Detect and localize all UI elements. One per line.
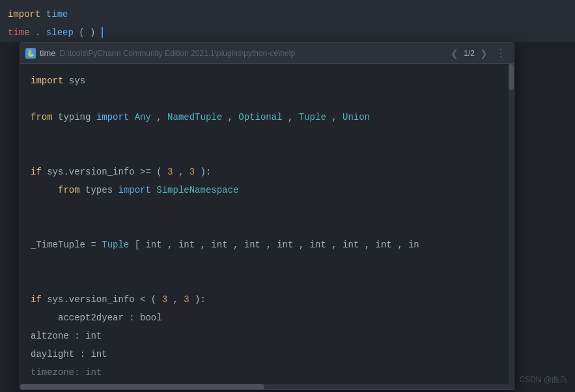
more-options-button[interactable]: ⋮ [493,46,509,61]
code-int-3: int [211,240,227,250]
code-int-2: int [178,240,195,250]
code-comma-4: , [331,112,337,122]
code-timezone: timezone: [31,367,80,378]
code-sys-version: sys.version_info [47,167,134,177]
code-int-4: int [244,240,260,250]
kw-if-2: if [31,294,42,305]
code-c1: , [167,240,173,250]
code-union: Union [343,112,370,122]
empty-line-1 [31,90,503,108]
code-paren-close: ) [90,27,95,38]
code-num3d: 3 [184,294,189,305]
code-tuple: Tuple [299,112,326,122]
code-bool: bool [140,313,162,323]
code-colon3: : [80,349,85,359]
editor-top-area: import time time . sleep ( ) [0,0,575,42]
code-comma6: , [173,294,178,305]
nav-next-button[interactable]: ❯ [477,48,490,59]
keyword-import: import [8,9,40,20]
code-int-5: int [277,240,293,250]
empty-line-3 [31,145,503,163]
code-colon1: : [129,313,134,323]
code-line-from-types: from types import SimpleNamespace [31,181,503,199]
popup-module-name: time [40,48,56,58]
code-line-timetuple: _TimeTuple = Tuple [ int , int , int , i… [31,236,503,254]
code-time-ref: time [8,27,30,38]
code-c8: , [397,240,402,250]
code-int-6: int [310,240,326,250]
code-namedtuple: NamedTuple [167,112,222,122]
code-num3a: 3 [167,167,173,177]
code-gte: >= [140,167,151,177]
empty-line-5 [31,217,503,236]
code-simplenamespace: SimpleNamespace [156,185,238,195]
code-paren5: ( [151,294,156,305]
text-cursor [102,27,103,38]
kw-if-1: if [31,167,42,177]
python-icon-label: 🐍 [27,49,35,57]
code-sleep: sleep [46,27,74,38]
code-eq: = [91,240,96,250]
kw-from-2: from [58,185,80,195]
code-line-altzone: altzone : int [31,327,503,345]
code-accept2dyear: accept2dyear [58,313,124,323]
code-c7: , [365,240,370,250]
code-line-if-version-lt: if sys.version_info < ( 3 , 3 ): [31,290,503,309]
code-line-if-version-gte: if sys.version_info >= ( 3 , 3 ): [31,163,503,181]
code-paren6: ): [195,294,206,305]
code-int-type-2: int [91,349,107,359]
code-c6: , [331,240,337,250]
code-int-1: int [145,240,161,250]
code-paren-open: ( [79,27,84,38]
kw-from: from [31,112,53,122]
code-int-type-3: int [85,367,102,378]
horizontal-scrollbar-thumb [20,384,264,389]
popup-header: 🐍 time D:\tools\PyCharm Community Editio… [20,43,514,64]
code-int-8: int [376,240,392,250]
popup-file-path: D:\tools\PyCharm Community Edition 2021.… [60,49,445,58]
code-bracket1: [ [135,240,140,250]
code-paren3: ( [156,167,161,177]
code-num3c: 3 [162,294,167,305]
code-int-7: int [343,240,359,250]
module-time: time [46,9,68,20]
vertical-scrollbar[interactable] [509,64,514,389]
code-lt: < [140,294,145,305]
code-types: types [85,185,113,195]
editor-line-1: import time [8,5,567,23]
code-c2: , [201,240,206,250]
nav-count-label: 1/2 [464,49,475,58]
code-c5: , [299,240,304,250]
python-icon: 🐍 [25,48,36,59]
nav-prev-button[interactable]: ❮ [448,48,461,59]
kw-import-3: import [118,185,150,195]
code-comma-3: , [288,112,293,122]
code-any: Any [135,112,151,122]
code-sys-version-2: sys.version_info [47,294,134,305]
empty-line-6 [31,254,503,272]
code-int-9: in [408,240,419,250]
code-tuple-2: Tuple [102,240,129,250]
code-comma-2: , [228,112,233,122]
empty-line-2 [31,126,503,145]
code-dot: . [35,27,40,38]
code-num3b: 3 [189,167,195,177]
code-c4: , [266,240,271,250]
empty-line-4 [31,199,503,217]
horizontal-scrollbar[interactable] [20,384,509,389]
code-line-timezone: timezone: int [31,363,503,382]
kw-import: import [31,76,63,86]
code-optional: Optional [238,112,282,122]
empty-line-7 [31,272,503,290]
code-line-import-sys: import sys [31,72,503,90]
documentation-popup: 🐍 time D:\tools\PyCharm Community Editio… [20,42,514,390]
code-line-accept2dyear: accept2dyear : bool [31,309,503,327]
code-altzone: altzone [31,331,69,341]
code-line-daylight: daylight : int [31,345,503,363]
editor-line-2: time . sleep ( ) [8,23,567,42]
code-c3: , [233,240,238,250]
code-timetuple-var: _TimeTuple [31,240,85,250]
code-paren4: ): [201,167,212,177]
code-comma-1: , [156,112,161,122]
code-typing: typing [58,112,91,122]
